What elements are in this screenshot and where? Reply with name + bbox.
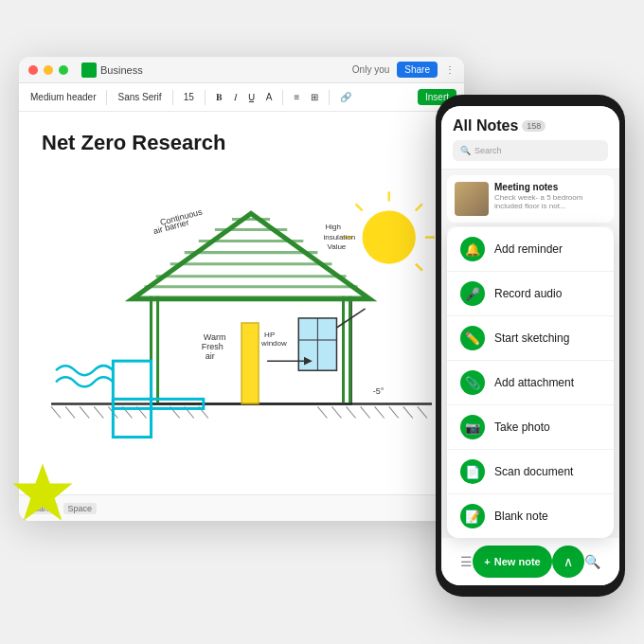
toolbar: Medium header Sans Serif 15 𝐁 𝐼 U̲ A ≡ ⊞… <box>19 83 464 112</box>
window-bottom: Sans Space <box>19 494 464 521</box>
star-decoration <box>9 460 76 530</box>
maximize-dot[interactable] <box>59 65 68 75</box>
phone-footer: ☰ + New note ∧ 🔍 <box>441 538 619 585</box>
scan-icon: 📄 <box>460 459 485 484</box>
menu-label-audio: Record audio <box>494 287 562 300</box>
chevron-up-button[interactable]: ∧ <box>552 546 584 578</box>
svg-text:HP: HP <box>264 331 275 339</box>
svg-text:Warm: Warm <box>204 332 226 342</box>
note-item-meeting[interactable]: Meeting notes Check week- a 5 bedroom in… <box>447 175 614 223</box>
titlebar-right: Only you Share ⋮ <box>352 62 455 78</box>
menu-label-sketch: Start sketching <box>494 331 569 345</box>
note-text-1: Meeting notes Check week- a 5 bedroom in… <box>494 182 606 210</box>
share-button[interactable]: Share <box>397 62 438 78</box>
color-button[interactable]: A <box>262 90 277 104</box>
new-note-button[interactable]: + New note <box>473 546 552 578</box>
all-notes-heading: All Notes 158 <box>453 117 608 134</box>
only-you-text: Only you <box>352 64 389 75</box>
notes-count-badge: 158 <box>522 120 546 132</box>
menu-item-attachment[interactable]: 📎 Add attachment <box>447 361 614 405</box>
underline-button[interactable]: U̲ <box>244 90 259 104</box>
toolbar-sep-3 <box>205 90 206 105</box>
menu-label-scan: Scan document <box>494 465 573 478</box>
dropdown-menu: 🔔 Add reminder 🎤 Record audio ✏️ Start s… <box>447 227 614 538</box>
window-titlebar: Business Only you Share ⋮ <box>19 57 464 83</box>
doc-content: Net Zero Research <box>19 112 464 521</box>
doc-title: Net Zero Research <box>42 131 441 155</box>
svg-line-16 <box>389 406 399 418</box>
svg-line-11 <box>317 406 327 418</box>
bold-button[interactable]: 𝐁 <box>212 90 226 105</box>
brand-icon <box>81 63 97 78</box>
menu-label-reminder: Add reminder <box>494 242 563 256</box>
svg-text:air: air <box>206 351 215 361</box>
phone-header: All Notes 158 🔍 Search <box>441 106 619 170</box>
menu-label-attachment: Add attachment <box>494 376 574 389</box>
svg-line-1 <box>51 406 61 418</box>
svg-text:Value: Value <box>327 242 346 251</box>
search-footer-icon[interactable]: 🔍 <box>584 554 600 569</box>
svg-line-17 <box>403 406 413 418</box>
svg-line-18 <box>418 406 427 418</box>
svg-line-15 <box>375 406 385 418</box>
italic-button[interactable]: 𝐼 <box>230 90 241 105</box>
titlebar-brand: Business <box>81 63 143 78</box>
toolbar-sep-5 <box>329 90 330 105</box>
search-placeholder: Search <box>474 146 502 155</box>
blank-note-icon: 📝 <box>460 504 485 528</box>
svg-line-13 <box>347 406 356 418</box>
toolbar-sep-2 <box>172 90 173 105</box>
menu-item-blank[interactable]: 📝 Blank note <box>447 494 614 538</box>
phone-screen: All Notes 158 🔍 Search Meeting notes Che… <box>441 106 619 585</box>
svg-line-14 <box>361 406 370 418</box>
all-notes-label: All Notes <box>453 117 518 134</box>
svg-text:insulation: insulation <box>323 233 355 242</box>
toolbar-sep-4 <box>282 90 283 105</box>
brand-text: Business <box>100 64 143 76</box>
sketch-area: Continuous air barrier High insulation V… <box>42 167 441 489</box>
menu-label-photo: Take photo <box>494 420 550 434</box>
reminder-icon: 🔔 <box>460 237 485 261</box>
menu-item-photo[interactable]: 📷 Take photo <box>447 405 614 450</box>
close-dot[interactable] <box>28 65 38 75</box>
menu-item-audio[interactable]: 🎤 Record audio <box>447 272 614 316</box>
new-note-label: New note <box>494 556 541 567</box>
svg-line-2 <box>65 406 75 418</box>
svg-text:window: window <box>260 339 287 348</box>
plus-icon: + <box>484 556 490 567</box>
menu-item-scan[interactable]: 📄 Scan document <box>447 450 614 494</box>
font-size[interactable]: 15 <box>180 90 198 104</box>
list-button[interactable]: ≡ <box>290 90 303 104</box>
svg-rect-34 <box>242 323 259 403</box>
note-title-1: Meeting notes <box>494 182 606 192</box>
heading-selector[interactable]: Medium header <box>27 90 99 104</box>
svg-text:High: High <box>325 224 341 232</box>
font-selector[interactable]: Sans Serif <box>114 90 165 104</box>
more-icon[interactable]: ⋮ <box>445 64 455 75</box>
svg-text:Fresh: Fresh <box>202 342 224 351</box>
svg-line-3 <box>80 406 89 418</box>
audio-icon: 🎤 <box>460 281 485 306</box>
indent-button[interactable]: ⊞ <box>307 90 322 104</box>
svg-line-43 <box>416 204 422 210</box>
toolbar-sep-1 <box>106 90 107 105</box>
note-thumb-1 <box>455 182 489 216</box>
svg-line-46 <box>356 204 363 210</box>
phone-search[interactable]: 🔍 Search <box>453 140 608 161</box>
minimize-dot[interactable] <box>44 65 53 75</box>
menu-item-sketch[interactable]: ✏️ Start sketching <box>447 316 614 361</box>
svg-text:-5°: -5° <box>373 386 385 396</box>
note-preview-1: Check week- a 5 bedroom included floor i… <box>494 193 606 210</box>
desktop-window: Business Only you Share ⋮ Medium header … <box>19 57 464 521</box>
svg-marker-61 <box>13 464 73 521</box>
menu-label-blank: Blank note <box>494 510 548 523</box>
svg-line-45 <box>416 264 422 271</box>
menu-item-reminder[interactable]: 🔔 Add reminder <box>447 227 614 272</box>
mobile-phone: All Notes 158 🔍 Search Meeting notes Che… <box>436 95 625 597</box>
camera-icon: 📷 <box>460 415 485 439</box>
svg-line-12 <box>331 406 341 418</box>
sketch-icon: ✏️ <box>460 326 485 350</box>
search-icon: 🔍 <box>460 146 471 155</box>
link-button[interactable]: 🔗 <box>336 90 355 104</box>
hamburger-icon[interactable]: ☰ <box>460 554 473 569</box>
